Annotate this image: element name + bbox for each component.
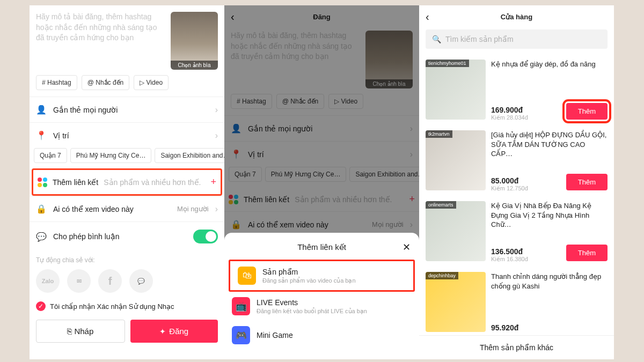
product-row: tienichmyhome01 Kệ nhựa để giày dép, đồ … <box>419 54 614 125</box>
comments-row: 💬 Cho phép bình luận <box>30 221 224 251</box>
product-row: tk2martvn [Giá hủy diệt] HỘP ĐỰNG DẦU GỘ… <box>419 125 614 196</box>
privacy-label: Ai có thể xem video này <box>53 205 171 213</box>
item-subtitle: Đăng sản phẩm vào video của bạn <box>262 277 356 284</box>
product-thumb[interactable]: onlinemarts <box>426 201 486 261</box>
share-label: Tự động chia sẻ với: <box>30 251 224 267</box>
post-button[interactable]: ✦ Đăng <box>130 320 218 343</box>
add-more-products-button[interactable]: Thêm sản phẩm khác <box>419 335 614 359</box>
post-label: Đăng <box>169 327 188 336</box>
accept-text: Tôi chấp nhận Xác nhận Sử dụng Nhạc <box>50 302 174 311</box>
location-row[interactable]: 📍 Vị trí › <box>30 122 224 148</box>
product-thumb[interactable]: tk2martvn <box>426 130 486 190</box>
product-name: Kệ Gia Vị Nhà Bếp Đa Năng Kệ Đựng Gia Vị… <box>491 201 608 230</box>
sheet-item-product[interactable]: 🛍 Sản phẩm Đăng sản phẩm vào video của b… <box>230 261 413 290</box>
product-name: Thanh chỉnh dáng người thẳng đẹp chống g… <box>491 272 608 291</box>
search-input[interactable]: 🔍 Tìm kiếm sản phẩm <box>426 29 608 49</box>
item-title: Mini Game <box>257 331 293 339</box>
caption-input[interactable]: Hãy mô tả bài đăng, thêm hashtag hoặc nh… <box>36 12 166 70</box>
add-product-button[interactable]: Thêm <box>566 245 608 261</box>
search-icon: 🔍 <box>432 35 441 43</box>
video-chip[interactable]: ▷ Video <box>134 75 169 90</box>
bag-icon: 🛍 <box>238 267 256 285</box>
add-link-highlight: Thêm liên kết Sản phẩm và nhiều hơn thế.… <box>32 168 222 196</box>
cover-picker[interactable] <box>171 12 218 70</box>
item-subtitle: Đăng liên kết vào buổi phát LIVE của bạn <box>257 308 367 315</box>
screen-shop: ‹ Cửa hàng 🔍 Tìm kiếm sản phẩm tienichmy… <box>419 5 614 359</box>
close-icon[interactable]: ✕ <box>402 241 411 253</box>
person-icon: 👤 <box>36 105 47 115</box>
privacy-value: Mọi người <box>177 205 209 213</box>
tag-people-row[interactable]: 👤 Gắn thẻ mọi người › <box>30 97 224 122</box>
share-zalo[interactable]: Zalo <box>36 269 60 293</box>
tv-icon: 📺 <box>232 297 250 315</box>
loc-label: Vị trí <box>53 131 209 140</box>
chevron-right-icon: › <box>215 204 218 214</box>
lock-icon: 🔒 <box>36 204 47 214</box>
sparkle-icon: ✦ <box>159 327 166 336</box>
item-title: Sản phẩm <box>262 268 356 276</box>
screen-post-editor-with-sheet: ‹ Đăng Hãy mô tả bài đăng, thêm hashtag … <box>224 5 419 359</box>
grid-icon <box>38 178 47 187</box>
plus-icon: + <box>210 176 216 188</box>
add-product-button[interactable]: Thêm <box>566 103 608 120</box>
loc-suggestion[interactable]: Saigon Exhibition and… <box>155 148 224 163</box>
product-row: onlinemarts Kệ Gia Vị Nhà Bếp Đa Năng Kệ… <box>419 196 614 267</box>
tag-label: Gắn thẻ mọi người <box>53 106 209 114</box>
comment-icon: 💬 <box>36 232 47 242</box>
header-title: Cửa hàng <box>501 13 532 21</box>
product-option-highlight: 🛍 Sản phẩm Đăng sản phẩm vào video của b… <box>229 260 415 292</box>
sheet-item-live[interactable]: 📺 LIVE Events Đăng liên kết vào buổi phá… <box>224 292 419 321</box>
share-messenger[interactable]: ✉ <box>67 269 91 293</box>
search-placeholder: Tìm kiếm sản phẩm <box>445 35 514 43</box>
add-product-button[interactable]: Thêm <box>566 174 608 190</box>
add-link-sheet: Thêm liên kết ✕ 🛍 Sản phẩm Đăng sản phẩm… <box>224 233 419 359</box>
privacy-row[interactable]: 🔒 Ai có thể xem video này Mọi người › <box>30 196 224 221</box>
product-name: Kệ nhựa để giày dép, đồ đa năng <box>491 60 608 69</box>
product-thumb[interactable]: tienichmyhome01 <box>426 60 486 120</box>
share-facebook[interactable]: f <box>98 269 122 293</box>
check-icon: ✓ <box>36 301 46 311</box>
mention-chip[interactable]: @ Nhắc đến <box>82 75 130 90</box>
product-price: 95.920đ <box>491 323 608 332</box>
game-icon: 🎮 <box>232 326 250 344</box>
comments-label: Cho phép bình luận <box>53 232 187 241</box>
screen-post-editor: Hãy mô tả bài đăng, thêm hashtag hoặc nh… <box>30 5 224 359</box>
loc-suggestion[interactable]: Quận 7 <box>34 148 67 163</box>
chevron-right-icon: › <box>215 105 218 115</box>
add-link-row[interactable]: Thêm liên kết Sản phẩm và nhiều hơn thế.… <box>33 170 221 194</box>
sheet-title: Thêm liên kết <box>297 242 346 252</box>
hashtag-chip[interactable]: # Hashtag <box>36 75 77 90</box>
draft-button[interactable]: ⎘ Nháp <box>36 320 125 343</box>
loc-suggestion[interactable]: Phú Mỹ Hưng City Ce… <box>70 148 152 163</box>
share-other[interactable]: 💬 <box>129 269 153 293</box>
item-title: LIVE Events <box>257 298 367 307</box>
sheet-item-minigame[interactable]: 🎮 Mini Game <box>224 321 419 350</box>
chevron-right-icon: › <box>215 131 218 141</box>
product-thumb[interactable]: depchinhbay <box>426 272 486 332</box>
comments-toggle[interactable] <box>193 230 218 243</box>
music-accept-row[interactable]: ✓ Tôi chấp nhận Xác nhận Sử dụng Nhạc <box>30 298 224 314</box>
add-link-subtitle: Sản phẩm và nhiều hơn thế. <box>104 178 201 187</box>
product-name: [Giá hủy diệt] HỘP ĐỰNG DẦU GỘI, SỮA TẮM… <box>491 130 608 159</box>
add-link-title: Thêm liên kết <box>53 178 98 187</box>
back-icon[interactable]: ‹ <box>426 11 429 23</box>
pin-icon: 📍 <box>36 130 47 141</box>
